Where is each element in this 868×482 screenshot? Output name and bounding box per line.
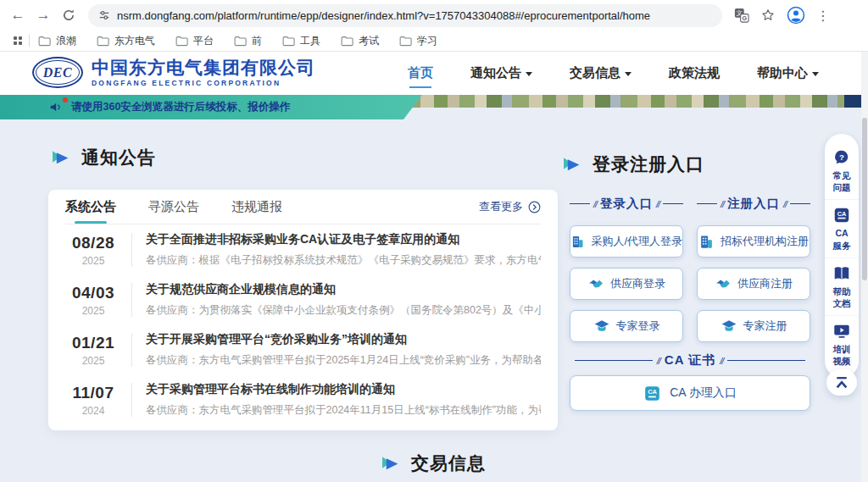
supplier-register-button[interactable]: 供应商注册 (697, 268, 810, 300)
notice-summary: 各供应商：根据《电子招标投标系统技术规范》《电子采购交易规范》要求，东方电气采购… (146, 253, 541, 268)
notification-dot (63, 97, 68, 102)
sidebar-item-faq[interactable]: ? 常见问题 (825, 142, 859, 199)
reload-button[interactable] (56, 3, 81, 28)
purchaser-login-button[interactable]: 采购人/代理人登录 (570, 225, 683, 258)
bookmark-folder[interactable]: 学习 (399, 34, 437, 48)
login-section-title: 登录注册入口 (562, 152, 704, 176)
bookmark-star-icon[interactable] (760, 8, 776, 23)
supplier-login-button[interactable]: 供应商登录 (570, 268, 683, 300)
chevron-down-icon (625, 72, 632, 76)
chevron-down-icon (526, 72, 532, 76)
divider (131, 333, 132, 367)
company-logo[interactable]: DEC 中国东方电气集团有限公司 DONGFANG ELECTRIC CORPO… (32, 57, 315, 88)
company-name-en: DONGFANG ELECTRIC CORPORATION (92, 79, 315, 87)
book-icon (832, 264, 851, 283)
login-column-header: // 登录入口 // (570, 196, 683, 212)
tab-sourcing-notices[interactable]: 寻源公告 (148, 191, 199, 224)
scrollbar-thumb[interactable] (862, 118, 867, 280)
trade-section-title: 交易信息 (381, 452, 486, 475)
main-nav: 首页 通知公告 交易信息 政策法规 帮助中心 (408, 52, 819, 95)
forward-button[interactable]: → (31, 3, 56, 28)
graduation-cap-icon (593, 318, 610, 335)
profile-avatar-icon[interactable] (787, 6, 805, 25)
notice-title[interactable]: 关于规范供应商企业规模信息的通知 (146, 282, 541, 297)
entry-button-grid: 采购人/代理人登录 招标代理机构注册 供应商登录 供应商注册 专家登录 (570, 225, 810, 342)
folder-icon (234, 36, 247, 47)
svg-text:CA: CA (648, 388, 657, 396)
url-text[interactable]: nsrm.dongfang.com/platform/runtime/epp/d… (117, 9, 650, 22)
translate-icon[interactable]: 文 G (734, 8, 749, 23)
notice-summary: 各供应商：为贯彻落实《保障中小企业款项支付条例》（国务院令第802号）及《中小企… (146, 303, 541, 318)
hero-photo-strip (844, 95, 863, 108)
folder-icon (175, 36, 188, 47)
handshake-icon (587, 275, 604, 292)
building-icon (570, 234, 585, 250)
circle-arrow-icon (528, 201, 541, 213)
bookmark-folder[interactable]: 考试 (341, 34, 379, 48)
reload-icon (62, 8, 75, 22)
company-name-cn: 中国东方电气集团有限公司 (92, 58, 315, 77)
tab-violation-reports[interactable]: 违规通报 (231, 191, 282, 224)
folder-icon (38, 36, 51, 47)
agency-register-button[interactable]: 招标代理机构注册 (697, 225, 810, 258)
bookmark-folder[interactable]: 浪潮 (38, 34, 76, 48)
tab-system-notices[interactable]: 系统公告 (65, 191, 116, 224)
notice-row[interactable]: 08/282025 关于全面推进非招标采购业务CA认证及电子签章应用的通知 各供… (65, 224, 541, 274)
view-more-link[interactable]: 查看更多 (479, 199, 541, 214)
nav-trade-info[interactable]: 交易信息 (570, 60, 632, 86)
site-settings-icon[interactable] (98, 9, 110, 21)
notice-date: 04/032025 (65, 284, 121, 317)
notice-row[interactable]: 11/072024 关于采购管理平台标书在线制作功能培训的通知 各供应商：东方电… (65, 374, 541, 424)
notice-date: 08/282025 (65, 234, 121, 267)
back-to-top-button[interactable] (826, 369, 857, 396)
folder-icon (399, 36, 412, 47)
section-arrow-icon (381, 454, 400, 474)
divider (29, 35, 30, 47)
nav-policies[interactable]: 政策法规 (669, 60, 720, 86)
handshake-icon (715, 275, 732, 292)
notices-card: 系统公告 寻源公告 违规通报 查看更多 08/282025 关于全面推进非招标采… (48, 190, 558, 430)
video-icon (832, 322, 851, 341)
section-arrow-icon (51, 148, 70, 168)
divider (131, 233, 132, 267)
nav-help-center[interactable]: 帮助中心 (757, 60, 819, 86)
bookmark-folder[interactable]: 平台 (175, 34, 214, 48)
browser-menu-icon[interactable]: ⋮ (816, 8, 830, 24)
expert-login-button[interactable]: 专家登录 (570, 310, 683, 342)
bookmarks-bar: 浪潮 东方电气 平台 前 工具 考试 学习 (0, 30, 868, 52)
back-button[interactable]: ← (5, 3, 31, 28)
bookmark-folder[interactable]: 东方电气 (97, 34, 155, 48)
nav-home[interactable]: 首页 (408, 60, 433, 86)
expert-register-button[interactable]: 专家注册 (697, 310, 810, 342)
back-to-top-icon (833, 375, 850, 391)
bookmark-folder[interactable]: 工具 (282, 34, 320, 48)
ca-badge-icon: CA (832, 206, 851, 224)
ca-badge-icon: CA (643, 385, 661, 402)
notice-title[interactable]: 关于全面推进非招标采购业务CA认证及电子签章应用的通知 (146, 232, 541, 247)
nav-notices[interactable]: 通知公告 (470, 60, 532, 86)
notice-title[interactable]: 关于采购管理平台标书在线制作功能培训的通知 (146, 382, 541, 397)
sidebar-item-training-videos[interactable]: 培训视频 (825, 315, 859, 373)
section-arrow-icon (562, 155, 581, 175)
chevron-down-icon (812, 72, 819, 76)
svg-text:?: ? (839, 152, 844, 162)
notice-summary: 各供应商：东方电气采购管理平台拟于2024年11月15日上线“标书在线制作”功能… (146, 403, 541, 418)
address-bar[interactable]: nsrm.dongfang.com/platform/runtime/epp/d… (88, 4, 722, 27)
apps-grid-icon[interactable] (14, 36, 22, 45)
svg-text:G: G (743, 14, 748, 22)
notice-row[interactable]: 04/032025 关于规范供应商企业规模信息的通知 各供应商：为贯彻落实《保障… (65, 274, 541, 324)
marquee-text: 请使用360安全浏览器进行后续投标、报价操作 (71, 100, 290, 114)
divider (131, 283, 132, 317)
graduation-cap-icon (721, 318, 737, 335)
ca-apply-button[interactable]: CA CA 办理入口 (570, 375, 810, 411)
bookmark-folder[interactable]: 前 (234, 34, 262, 48)
sidebar-item-ca-service[interactable]: CA CA 服务 (825, 199, 859, 257)
register-column-header: // 注册入口 // (697, 196, 810, 212)
sidebar-item-help-docs[interactable]: 帮助文档 (825, 258, 859, 315)
notice-row[interactable]: 01/212025 关于开展采购管理平台“竞价采购业务”培训的通知 各供应商：东… (65, 324, 541, 374)
dec-logo-icon: DEC (32, 57, 83, 88)
notice-title[interactable]: 关于开展采购管理平台“竞价采购业务”培训的通知 (146, 332, 541, 347)
question-icon: ? (832, 148, 851, 167)
building-icon (698, 234, 715, 250)
page-scrollbar (861, 52, 868, 482)
